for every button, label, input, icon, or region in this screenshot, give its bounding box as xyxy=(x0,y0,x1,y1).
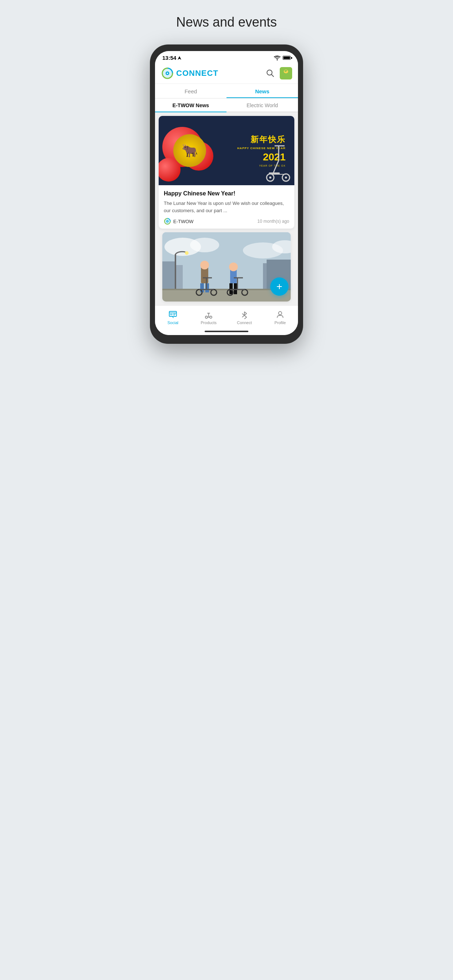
news-source-1: E-TWOW xyxy=(164,218,194,225)
status-time: 13:54 xyxy=(162,55,181,61)
tab-feed[interactable]: Feed xyxy=(155,84,226,98)
status-right xyxy=(274,56,291,60)
avatar-image xyxy=(280,67,292,80)
status-bar: 13:54 xyxy=(155,51,298,63)
news-meta-1: E-TWOW 10 month(s) ago xyxy=(164,218,289,225)
svg-point-16 xyxy=(269,177,271,179)
social-icon xyxy=(169,310,177,319)
second-card-wrapper: + xyxy=(159,232,294,302)
svg-point-68 xyxy=(279,312,282,315)
svg-point-3 xyxy=(167,73,168,74)
news-card-1-body: Happy Chinese New Year! The Lunar New Ye… xyxy=(159,185,294,229)
svg-point-36 xyxy=(200,261,209,269)
svg-rect-30 xyxy=(162,261,175,291)
products-icon xyxy=(204,310,213,319)
phone-screen: 13:54 xyxy=(155,51,298,335)
nav-label-connect: Connect xyxy=(237,320,252,325)
nav-item-profile[interactable]: Profile xyxy=(262,309,298,326)
logo-text: CONNECT xyxy=(176,68,219,78)
svg-point-10 xyxy=(286,71,288,73)
svg-rect-42 xyxy=(234,283,237,294)
news-card-1: 🐂 新年快乐 HAPPY CHINESE NEW YEAR 2021 YEAR … xyxy=(159,116,294,229)
content-area: 🐂 新年快乐 HAPPY CHINESE NEW YEAR 2021 YEAR … xyxy=(155,112,298,305)
page-wrapper: News and events 13:54 xyxy=(139,0,314,366)
bottom-nav: Social Products xyxy=(155,305,298,328)
sub-tab-etwow-news[interactable]: E-TWOW News xyxy=(155,99,226,111)
nav-item-connect[interactable]: Connect xyxy=(226,309,262,326)
tab-news[interactable]: News xyxy=(226,84,298,98)
time-display: 13:54 xyxy=(162,55,176,61)
svg-line-67 xyxy=(242,315,244,317)
nav-label-products: Products xyxy=(201,320,216,325)
profile-nav-icon xyxy=(275,310,285,320)
svg-point-26 xyxy=(190,238,219,252)
svg-point-9 xyxy=(284,72,286,73)
wifi-icon xyxy=(274,56,281,60)
app-logo-icon xyxy=(161,67,174,80)
page-title: News and events xyxy=(176,14,277,30)
source-logo-icon xyxy=(164,218,171,225)
svg-line-66 xyxy=(242,313,244,315)
phone-frame: 13:54 xyxy=(150,45,303,344)
svg-point-23 xyxy=(167,221,168,222)
battery-icon xyxy=(283,56,291,60)
home-indicator xyxy=(155,328,298,335)
nav-label-profile: Profile xyxy=(274,320,286,325)
svg-line-13 xyxy=(273,161,279,173)
svg-point-40 xyxy=(229,262,238,271)
connect-nav-icon xyxy=(239,310,249,320)
svg-point-61 xyxy=(205,316,207,318)
user-avatar[interactable] xyxy=(280,67,292,80)
gold-ox-icon: 🐂 xyxy=(173,134,206,167)
nav-item-products[interactable]: Products xyxy=(191,309,226,326)
cny-news-image: 🐂 新年快乐 HAPPY CHINESE NEW YEAR 2021 YEAR … xyxy=(159,116,294,185)
svg-point-54 xyxy=(185,251,188,255)
home-bar xyxy=(205,331,248,332)
nav-label-social: Social xyxy=(167,320,179,325)
svg-marker-0 xyxy=(178,56,181,60)
fab-plus-icon: + xyxy=(276,282,282,292)
source-name-1: E-TWOW xyxy=(173,219,194,224)
news-headline-1: Happy Chinese New Year! xyxy=(164,190,289,197)
search-icon xyxy=(266,69,274,77)
products-nav-icon xyxy=(204,310,214,320)
header-right xyxy=(265,67,292,80)
app-header: CONNECT xyxy=(155,63,298,84)
sub-tab-electric-world[interactable]: Electric World xyxy=(226,99,298,111)
search-button[interactable] xyxy=(265,68,275,78)
svg-point-18 xyxy=(285,177,287,179)
news-time-1: 10 month(s) ago xyxy=(257,219,289,224)
location-arrow-icon xyxy=(178,56,181,60)
svg-point-62 xyxy=(210,316,212,318)
nav-item-social[interactable]: Social xyxy=(155,309,191,326)
social-nav-icon xyxy=(168,310,178,320)
scooter-icon xyxy=(266,142,292,182)
news-excerpt-1: The Lunar New Year is upon us! We wish o… xyxy=(164,200,289,214)
sub-tabs: E-TWOW News Electric World xyxy=(155,99,298,112)
main-tabs: Feed News xyxy=(155,84,298,99)
svg-rect-41 xyxy=(230,283,233,294)
app-logo: CONNECT xyxy=(161,67,219,80)
profile-icon xyxy=(276,310,284,319)
bluetooth-icon xyxy=(240,310,249,319)
svg-rect-57 xyxy=(170,313,172,315)
svg-line-5 xyxy=(271,75,274,76)
fab-add-button[interactable]: + xyxy=(270,277,289,296)
